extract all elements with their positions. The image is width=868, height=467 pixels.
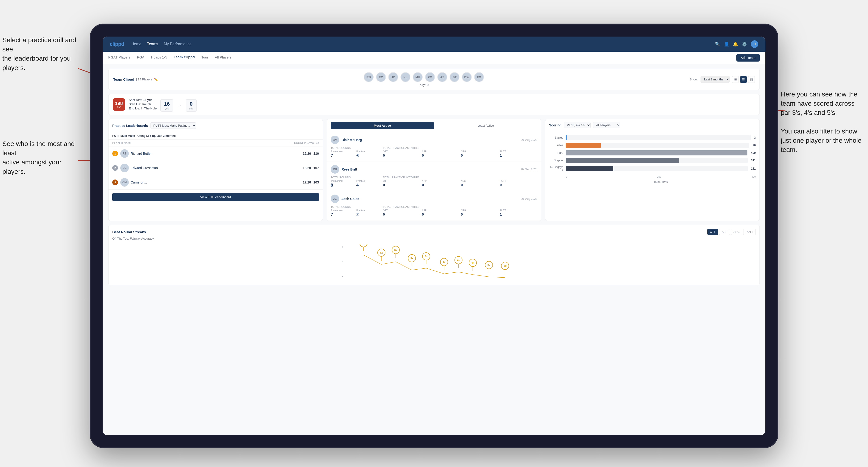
chart-bar bbox=[566, 135, 567, 140]
chart-value: 3 bbox=[754, 136, 756, 139]
show-select[interactable]: Last 3 months bbox=[701, 76, 730, 83]
activity-row-1: BM Blair McHarg 26 Aug 2023 Total Rounds… bbox=[327, 132, 541, 162]
lb-row-3[interactable]: 3 CM Cameron... 17/20 103 bbox=[108, 175, 323, 190]
main-content: Team Clippd | 14 Players ✏️ RB EC JC KL … bbox=[102, 64, 766, 435]
player-avatar-10[interactable]: FG bbox=[474, 72, 484, 82]
practice-leaderboards-panel: Practice Leaderboards PUTT Must Make Put… bbox=[108, 119, 323, 221]
sub-nav-pga[interactable]: PGA bbox=[137, 55, 145, 60]
streaks-svg: 6427x6x6x5x5x4x4x4x3x3x bbox=[112, 244, 756, 281]
total-rounds-label-1: Total Rounds bbox=[331, 147, 381, 149]
activity-date-3: 26 Aug 2023 bbox=[522, 197, 537, 200]
par-filter-select[interactable]: Par 3, 4 & 5s bbox=[564, 122, 591, 128]
sub-nav-pgat[interactable]: PGAT Players bbox=[108, 55, 130, 60]
chart-label: D. Bogeys + bbox=[549, 165, 563, 172]
ott-val-3: 0 bbox=[383, 212, 421, 216]
chart-bar bbox=[566, 166, 613, 171]
least-active-tab[interactable]: Least Active bbox=[434, 122, 537, 129]
bell-icon[interactable]: 🔔 bbox=[733, 41, 738, 47]
streak-dot-label: 3x bbox=[503, 264, 507, 267]
search-icon[interactable]: 🔍 bbox=[715, 41, 720, 47]
streaks-tab-ott[interactable]: OTT bbox=[707, 229, 718, 235]
table-view-icon[interactable]: ▤ bbox=[748, 76, 755, 83]
tournament-val-1: 7 bbox=[331, 153, 355, 158]
profile-icon[interactable]: 👤 bbox=[724, 41, 729, 47]
chart-bar-container bbox=[566, 158, 748, 163]
add-team-button[interactable]: Add Team bbox=[736, 54, 760, 62]
player-avatar-4[interactable]: KL bbox=[401, 72, 410, 82]
tablet-frame: clippd Home Teams My Performance 🔍 👤 🔔 ⚙… bbox=[90, 24, 778, 448]
shot-card: 198 SQ Shot Dist: 16 yds Start Lie: Roug… bbox=[108, 94, 760, 115]
chart-bar-container bbox=[566, 150, 748, 155]
most-active-tab[interactable]: Most Active bbox=[331, 122, 434, 129]
practice-val-2: 4 bbox=[356, 183, 381, 188]
shot-connector: → bbox=[177, 103, 182, 108]
tournament-label-2: Tournament bbox=[331, 180, 355, 182]
view-full-leaderboard-button[interactable]: View Full Leaderboard bbox=[112, 193, 319, 201]
settings-icon[interactable]: ⚙️ bbox=[742, 41, 747, 47]
team-count: | 14 Players bbox=[136, 77, 152, 81]
sub-nav-hcaps[interactable]: Hcaps 1-5 bbox=[151, 55, 167, 60]
tournament-val-2: 8 bbox=[331, 183, 355, 188]
chart-row: Bogeys 311 bbox=[549, 158, 756, 163]
ott-label-1: OTT bbox=[383, 150, 421, 153]
logo: clippd bbox=[110, 41, 124, 47]
practice-leaderboards-title: Practice Leaderboards bbox=[112, 124, 148, 128]
activity-panel: Most Active Least Active BM Blair McHarg… bbox=[327, 119, 541, 221]
activity-row-2: RB Rees Britt 02 Sep 2023 Total Rounds T… bbox=[327, 162, 541, 191]
sub-nav-all-players[interactable]: All Players bbox=[215, 55, 231, 60]
total-rounds-group-1: Total Rounds Tournament 7 Practice 6 bbox=[331, 147, 381, 158]
total-practice-label-2: Total Practice Activities bbox=[383, 176, 537, 179]
list-view-icon[interactable]: ☰ bbox=[740, 76, 747, 83]
players-filter-select[interactable]: All Players bbox=[593, 122, 620, 128]
activity-stats-3: Total Rounds Tournament 7 Practice 2 bbox=[331, 206, 537, 217]
total-rounds-label-3: Total Rounds bbox=[331, 206, 381, 208]
chart-bar bbox=[566, 158, 679, 163]
lb-avg-3: 103 bbox=[313, 181, 319, 184]
streaks-tab-putt[interactable]: PUTT bbox=[743, 229, 756, 235]
edit-icon[interactable]: ✏️ bbox=[154, 77, 158, 81]
lb-avg-2: 107 bbox=[313, 166, 319, 170]
streak-dot-label: 4x bbox=[443, 261, 446, 263]
chart-axis-title: Total Shots bbox=[566, 181, 756, 184]
nav-my-performance[interactable]: My Performance bbox=[164, 42, 191, 46]
tablet-screen: clippd Home Teams My Performance 🔍 👤 🔔 ⚙… bbox=[102, 36, 766, 435]
chart-value: 131 bbox=[751, 167, 756, 170]
streaks-tab-arg[interactable]: ARG bbox=[731, 229, 742, 235]
activity-stats-1: Total Rounds Tournament 7 Practice 6 bbox=[331, 147, 537, 158]
chart-label: Bogeys bbox=[549, 159, 563, 162]
player-avatar-3[interactable]: JC bbox=[388, 72, 398, 82]
nav-home[interactable]: Home bbox=[131, 42, 142, 46]
annotation-bottom-left: See who is the most and leastactive amon… bbox=[2, 139, 75, 176]
lb-row-1[interactable]: 1 RB Richard Butler 19/20 110 bbox=[108, 147, 323, 161]
arg-val-1: 0 bbox=[461, 153, 498, 157]
player-avatar-9[interactable]: DW bbox=[462, 72, 472, 82]
lb-rank-1: 1 bbox=[112, 151, 118, 156]
total-rounds-label-2: Total Rounds bbox=[331, 176, 381, 179]
activity-avatar-1: BM bbox=[331, 135, 339, 144]
streaks-tabs: OTT APP ARG PUTT bbox=[707, 229, 756, 235]
shot-details: Shot Dist: 16 yds Start Lie: Rough End L… bbox=[129, 98, 157, 111]
practice-leaderboards-header: Practice Leaderboards PUTT Must Make Put… bbox=[108, 119, 323, 132]
player-avatar-7[interactable]: AS bbox=[437, 72, 447, 82]
sub-nav-tour[interactable]: Tour bbox=[202, 55, 208, 60]
player-avatar-6[interactable]: PM bbox=[425, 72, 435, 82]
streak-dot-label: 5x bbox=[425, 255, 428, 258]
putt-label-1: PUTT bbox=[500, 150, 537, 153]
chart-bar bbox=[566, 150, 747, 155]
lb-row-2[interactable]: 2 EC Edward Crossman 18/20 107 bbox=[108, 161, 323, 175]
total-practice-group-1: Total Practice Activities OTT 0 APP 0 bbox=[383, 147, 537, 158]
sub-nav-team-clippd[interactable]: Team Clippd bbox=[174, 55, 195, 60]
streak-dot-label: 6x bbox=[394, 249, 397, 251]
player-avatar-2[interactable]: EC bbox=[376, 72, 386, 82]
lb-player-3: CM Cameron... bbox=[120, 178, 301, 187]
total-rounds-group-2: Total Rounds Tournament 8 Practice 4 bbox=[331, 176, 381, 188]
nav-teams[interactable]: Teams bbox=[147, 42, 158, 46]
practice-drill-select[interactable]: PUTT Must Make Putting... bbox=[150, 122, 196, 129]
streaks-tab-app[interactable]: APP bbox=[719, 229, 730, 235]
streak-dot-label: 4x bbox=[457, 259, 460, 261]
player-avatar-8[interactable]: BT bbox=[450, 72, 460, 82]
grid-view-icon[interactable]: ⊞ bbox=[732, 76, 739, 83]
user-avatar[interactable]: U bbox=[751, 40, 758, 48]
player-avatar-1[interactable]: RB bbox=[364, 72, 374, 82]
player-avatar-5[interactable]: MH bbox=[413, 72, 423, 82]
